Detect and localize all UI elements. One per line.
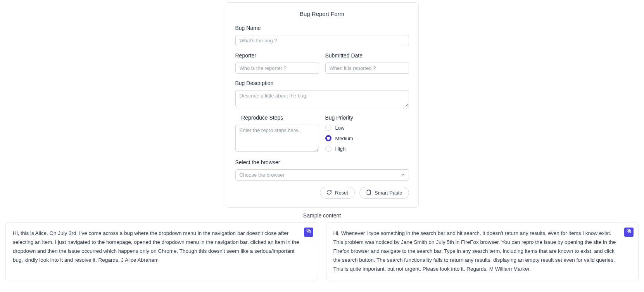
copy-icon xyxy=(626,228,632,237)
repro-steps-label: Reproduce Steps xyxy=(235,115,319,121)
bug-priority-label: Bug Priority xyxy=(325,115,409,121)
reporter-label: Reporter xyxy=(235,52,319,59)
priority-low-option[interactable]: Low xyxy=(325,125,409,131)
priority-low-label: Low xyxy=(335,125,345,131)
smart-paste-button-label: Smart Paste xyxy=(375,190,402,196)
radio-icon xyxy=(325,125,331,131)
repro-steps-textarea[interactable] xyxy=(235,125,319,152)
bug-description-label: Bug Description xyxy=(235,80,409,86)
sample-content-heading: Sample content xyxy=(0,212,644,219)
copy-button[interactable] xyxy=(304,228,313,237)
submitted-date-input[interactable] xyxy=(325,63,409,74)
copy-button[interactable] xyxy=(624,228,634,237)
priority-medium-label: Medium xyxy=(335,136,353,141)
smart-paste-button[interactable]: Smart Paste xyxy=(359,187,409,199)
svg-rect-0 xyxy=(368,190,370,191)
submitted-date-label: Submitted Date xyxy=(325,52,409,59)
priority-high-label: High xyxy=(335,146,346,152)
priority-medium-option[interactable]: Medium xyxy=(325,135,409,141)
bug-description-textarea[interactable] xyxy=(235,90,409,107)
priority-high-option[interactable]: High xyxy=(325,146,409,152)
browser-select[interactable]: Choose the browser xyxy=(235,169,409,181)
refresh-icon xyxy=(326,189,332,196)
clipboard-icon xyxy=(366,189,371,196)
sample-text: Hi, this is Alice. On July 3rd, I've com… xyxy=(13,229,311,265)
bug-name-label: Bug Name xyxy=(235,25,409,31)
sample-card-1: Hi, this is Alice. On July 3rd, I've com… xyxy=(5,222,318,280)
form-title: Bug Report Form xyxy=(235,10,409,17)
browser-label: Select the browser xyxy=(235,159,409,165)
reset-button-label: Reset xyxy=(335,190,348,196)
bug-priority-group: Low Medium High xyxy=(325,125,409,152)
radio-icon xyxy=(325,146,331,152)
bug-name-input[interactable] xyxy=(235,35,409,46)
sample-card-2: Hi, Whenever I type something in the sea… xyxy=(326,222,639,280)
bug-report-form: Bug Report Form Bug Name Reporter Submit… xyxy=(226,2,419,208)
radio-icon xyxy=(325,135,331,141)
reset-button[interactable]: Reset xyxy=(320,187,355,199)
reporter-input[interactable] xyxy=(235,63,319,74)
sample-text: Hi, Whenever I type something in the sea… xyxy=(333,229,632,274)
copy-icon xyxy=(306,228,311,237)
